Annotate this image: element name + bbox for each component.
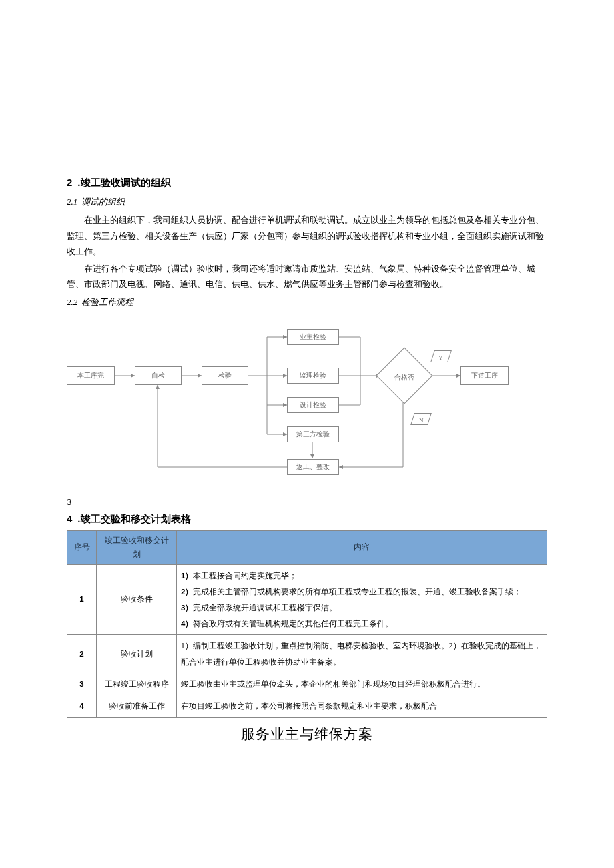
cell-plan: 验收条件 xyxy=(97,564,177,635)
th-plan: 竣工验收和移交计划 xyxy=(97,531,177,564)
cell-seq: 1 xyxy=(67,564,97,635)
cell-seq: 4 xyxy=(67,695,97,717)
cell-content: 1）本工程按合同约定实施完毕；2）完成相关主管部门或机构要求的所有单项工程或专业… xyxy=(177,564,547,635)
cell-content: 1）编制工程竣工验收计划，重点控制消防、电梯安检验收、室内环境验收。2）在验收完… xyxy=(177,635,547,673)
sub-2-1-num: 2.1 xyxy=(67,197,77,207)
sub-2-2-num: 2.2 xyxy=(67,297,77,307)
paragraph-1: 在业主的组织下，我司组织人员协调、配合进行单机调试和联动调试。成立以业主为领导的… xyxy=(67,212,547,259)
section-4-title: .竣工交验和移交计划表格 xyxy=(77,513,190,524)
cell-seq: 2 xyxy=(67,635,97,673)
section-2-num: 2 xyxy=(67,177,72,188)
table-row: 3 工程竣工验收程序 竣工验收由业主或监理单位牵头，本企业的相关部门和现场项目经… xyxy=(67,673,547,695)
cell-content: 在项目竣工验收之前，本公司将按照合同条款规定和业主要求，积极配合 xyxy=(177,695,547,717)
flow-box-design: 设计检验 xyxy=(287,397,339,413)
page-big-title: 服务业主与维保方案 xyxy=(67,722,547,747)
flow-diamond-label: 合格否 xyxy=(384,372,424,384)
table-body: 1 验收条件 1）本工程按合同约定实施完毕；2）完成相关主管部门或机构要求的所有… xyxy=(67,564,547,717)
table-row: 2 验收计划 1）编制工程竣工验收计划，重点控制消防、电梯安检验收、室内环境验收… xyxy=(67,635,547,673)
table-row: 1 验收条件 1）本工程按合同约定实施完毕；2）完成相关主管部门或机构要求的所有… xyxy=(67,564,547,635)
flow-n-label: N xyxy=(419,415,424,426)
cell-plan: 验收前准备工作 xyxy=(97,695,177,717)
table-header-row: 序号 竣工验收和移交计划 内容 xyxy=(67,531,547,564)
marker-3: 3 xyxy=(67,497,71,507)
flow-box-rework: 返工、整改 xyxy=(287,459,339,475)
marker-3-row: 3 xyxy=(67,494,547,510)
th-seq: 序号 xyxy=(67,531,97,564)
flow-y-label: Y xyxy=(438,352,443,363)
paragraph-2: 在进行各个专项试验（调试）验收时，我司还将适时邀请市质监站、安监站、气象局、特种… xyxy=(67,261,547,292)
cell-content: 竣工验收由业主或监理单位牵头，本企业的相关部门和现场项目经理部积极配合进行。 xyxy=(177,673,547,695)
sub-2-2-heading: 2.2检验工作流程 xyxy=(67,294,547,310)
th-content: 内容 xyxy=(177,531,547,564)
flow-box-owner: 业主检验 xyxy=(287,329,339,345)
flow-box-thirdparty: 第三方检验 xyxy=(287,426,339,442)
flow-box-start: 本工序完 xyxy=(67,366,115,385)
cell-plan: 验收计划 xyxy=(97,635,177,673)
plan-table: 序号 竣工验收和移交计划 内容 1 验收条件 1）本工程按合同约定实施完毕；2）… xyxy=(67,530,547,718)
sub-2-1-title: 调试的组织 xyxy=(81,197,125,207)
sub-2-1-heading: 2.1调试的组织 xyxy=(67,194,547,209)
section-2-title: .竣工验收调试的组织 xyxy=(77,177,170,188)
cell-seq: 3 xyxy=(67,673,97,695)
section-2-heading: 2.竣工验收调试的组织 xyxy=(67,173,547,191)
flow-box-supervision: 监理检验 xyxy=(287,368,339,384)
section-4-heading: 4.竣工交验和移交计划表格 xyxy=(67,510,547,528)
flow-box-next: 下道工序 xyxy=(460,366,509,385)
flowchart: 本工序完 自检 检验 业主检验 监理检验 设计检验 第三方检验 返工、整改 合格… xyxy=(67,317,547,490)
section-4-num: 4 xyxy=(67,513,72,524)
flow-box-selfcheck: 自检 xyxy=(135,366,182,385)
cell-plan: 工程竣工验收程序 xyxy=(97,673,177,695)
table-row: 4 验收前准备工作 在项目竣工验收之前，本公司将按照合同条款规定和业主要求，积极… xyxy=(67,695,547,717)
sub-2-2-title: 检验工作流程 xyxy=(81,297,133,307)
flow-box-inspect: 检验 xyxy=(202,366,248,385)
